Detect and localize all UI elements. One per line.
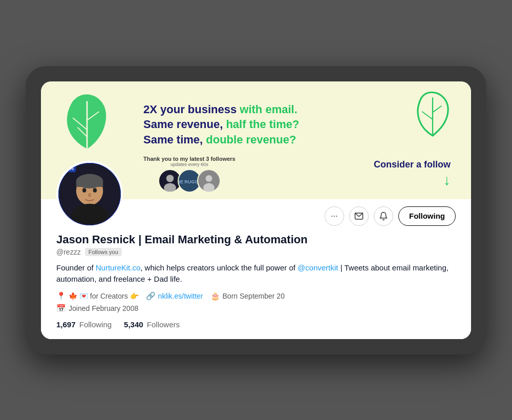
location-text: 🍁 💌 for Creators 👉 bbox=[69, 292, 139, 300]
joined-text: Joined February 2008 bbox=[69, 304, 138, 312]
more-button[interactable]: ··· bbox=[325, 206, 344, 226]
profile-stats: 1,697 Following 5,340 Followers bbox=[56, 320, 456, 329]
follow-button[interactable]: Following bbox=[398, 206, 456, 226]
progress-badge: 34% bbox=[62, 165, 76, 172]
follower-avatar-3 bbox=[197, 169, 221, 193]
meta-birthday: 🎂 Born September 20 bbox=[210, 291, 285, 301]
followers-stat[interactable]: 5,340 Followers bbox=[124, 320, 180, 329]
headline-green-1: with email. bbox=[237, 103, 297, 116]
following-count: 1,697 bbox=[56, 320, 76, 329]
headline-bold-3: Same time, bbox=[143, 133, 203, 146]
message-button[interactable] bbox=[349, 206, 369, 226]
followers-sublabel: updates every 60s bbox=[170, 162, 208, 167]
device-frame: 2X your business with email. Same revenu… bbox=[26, 66, 486, 354]
following-stat[interactable]: 1,697 Following bbox=[56, 320, 112, 329]
following-label: Following bbox=[79, 320, 112, 329]
profile-meta-joined: 📅 Joined February 2008 bbox=[56, 304, 456, 313]
calendar-icon: 📅 bbox=[56, 304, 66, 313]
message-icon bbox=[354, 212, 364, 221]
consider-arrow-icon: ↓ bbox=[374, 172, 451, 188]
banner-bottom: Thank you to my latest 3 followers updat… bbox=[143, 156, 451, 193]
headline-bold-1: 2X your business bbox=[143, 103, 237, 116]
nurture-kit-link[interactable]: NurtureKit.co bbox=[96, 263, 141, 272]
location-icon: 📍 bbox=[56, 291, 66, 301]
latest-followers: Thank you to my latest 3 followers updat… bbox=[143, 156, 236, 193]
convertkit-link[interactable]: @convertkit bbox=[297, 263, 338, 272]
follows-you-badge: Follows you bbox=[85, 248, 122, 256]
svg-point-2 bbox=[164, 183, 176, 192]
followers-label: Followers bbox=[147, 320, 180, 329]
profile-handle: @rezzz bbox=[56, 248, 81, 256]
consider-follow-section: Consider a follow ↓ bbox=[374, 159, 451, 188]
avatar: 34% bbox=[56, 161, 123, 227]
profile-name: Jason Resnick | Email Marketing & Automa… bbox=[56, 233, 456, 246]
profile-bio: Founder of NurtureKit.co, which helps cr… bbox=[56, 262, 456, 285]
profile-meta: 📍 🍁 💌 for Creators 👉 🔗 nklik.es/twitter … bbox=[56, 291, 456, 301]
device-screen: 2X your business with email. Same revenu… bbox=[41, 81, 471, 339]
avatar-wrapper: 34% bbox=[56, 161, 123, 227]
svg-point-1 bbox=[166, 175, 174, 182]
website-link[interactable]: nklik.es/twitter bbox=[158, 292, 203, 300]
leaf-right-icon bbox=[410, 89, 456, 140]
bell-icon bbox=[379, 212, 388, 221]
meta-website: 🔗 nklik.es/twitter bbox=[146, 291, 203, 301]
birthday-icon: 🎂 bbox=[210, 291, 220, 301]
bio-text-mid: , which helps creators unlock the full p… bbox=[140, 263, 297, 272]
notify-button[interactable] bbox=[374, 206, 393, 226]
followers-count: 5,340 bbox=[124, 320, 143, 329]
bio-text-pre: Founder of bbox=[56, 263, 96, 272]
followers-label: Thank you to my latest 3 followers bbox=[143, 156, 236, 162]
follower-avatars: THE RUGGED bbox=[158, 169, 221, 193]
leaf-left-icon bbox=[56, 92, 118, 158]
consider-follow-text: Consider a follow bbox=[374, 159, 451, 170]
headline-green-3: double revenue? bbox=[203, 133, 296, 146]
banner-headline: 2X your business with email. Same revenu… bbox=[143, 102, 451, 148]
meta-joined: 📅 Joined February 2008 bbox=[56, 304, 138, 313]
link-icon: 🔗 bbox=[146, 291, 156, 301]
profile-section: 34% ··· Following Jason Resnick | Email … bbox=[41, 199, 471, 339]
meta-location: 📍 🍁 💌 for Creators 👉 bbox=[56, 291, 139, 301]
headline-bold-2: Same revenue, bbox=[143, 118, 223, 131]
handle-row: @rezzz Follows you bbox=[56, 248, 456, 256]
svg-point-6 bbox=[205, 175, 212, 182]
banner-text: 2X your business with email. Same revenu… bbox=[143, 97, 451, 148]
headline-green-2: half the time? bbox=[223, 118, 299, 131]
birthday-text: Born September 20 bbox=[223, 292, 285, 300]
svg-point-7 bbox=[203, 183, 215, 192]
